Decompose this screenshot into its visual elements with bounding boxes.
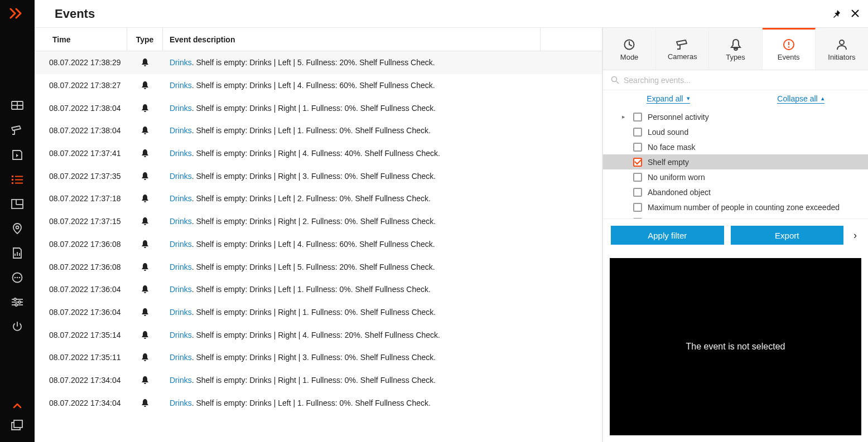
table-body[interactable]: 08.07.2022 17:38:29Drinks. Shelf is empt…	[35, 51, 602, 442]
tab-label: Mode	[620, 53, 639, 61]
rail-item-plans[interactable]	[0, 192, 35, 216]
camera-link[interactable]: Drinks	[170, 217, 192, 226]
search-input[interactable]	[624, 76, 860, 85]
cell-desc: Drinks. Shelf is empty: Drinks | Right |…	[163, 217, 541, 226]
rail-item-power[interactable]	[0, 314, 35, 339]
camera-link[interactable]: Drinks	[170, 331, 192, 339]
action-row: Apply filter Export ›	[603, 218, 868, 251]
rail-item-reports[interactable]	[0, 241, 35, 265]
page-title: Events	[55, 7, 95, 21]
table-row[interactable]: 08.07.2022 17:35:14Drinks. Shelf is empt…	[35, 323, 602, 346]
chevron-right-icon[interactable]: ▸	[622, 113, 625, 120]
filter-tree[interactable]: ▸Personnel activityLoud soundNo face mas…	[603, 107, 868, 218]
camera-link[interactable]: Drinks	[170, 376, 192, 385]
bell-icon	[127, 126, 163, 135]
camera-link[interactable]: Drinks	[170, 308, 192, 317]
filter-item[interactable]: Maximum number of people in counting zon…	[603, 200, 868, 215]
close-icon[interactable]	[851, 9, 859, 18]
col-header-type[interactable]: Type	[127, 28, 163, 51]
rail-item-more[interactable]	[0, 265, 35, 290]
svg-rect-9	[12, 200, 23, 208]
table-row[interactable]: 08.07.2022 17:36:08Drinks. Shelf is empt…	[35, 233, 602, 256]
filter-item[interactable]: No uniform worn	[603, 169, 868, 184]
bell-icon	[127, 172, 163, 181]
table-row[interactable]: 08.07.2022 17:37:15Drinks. Shelf is empt…	[35, 210, 602, 233]
checkbox[interactable]	[633, 113, 642, 122]
checkbox[interactable]	[633, 128, 642, 137]
panel-collapse-icon[interactable]: ›	[850, 230, 860, 241]
rail-expand-icon[interactable]	[13, 403, 22, 413]
svg-point-31	[840, 40, 844, 45]
filter-item[interactable]: Number of people in counting zone is bac…	[603, 215, 868, 218]
tab-types[interactable]: Types	[709, 28, 762, 70]
tab-cameras[interactable]: Cameras	[656, 28, 709, 70]
table-row[interactable]: 08.07.2022 17:34:04Drinks. Shelf is empt…	[35, 391, 602, 414]
svg-point-18	[17, 277, 18, 279]
rail-item-archive[interactable]	[0, 143, 35, 167]
pin-icon[interactable]	[832, 9, 841, 18]
table-row[interactable]: 08.07.2022 17:38:27Drinks. Shelf is empt…	[35, 74, 602, 97]
camera-link[interactable]: Drinks	[170, 58, 192, 67]
filter-label: No uniform worn	[648, 173, 705, 182]
table-row[interactable]: 08.07.2022 17:38:04Drinks. Shelf is empt…	[35, 96, 602, 119]
checkbox[interactable]	[633, 158, 642, 167]
cell-time: 08.07.2022 17:37:41	[35, 149, 127, 158]
table-row[interactable]: 08.07.2022 17:36:04Drinks. Shelf is empt…	[35, 278, 602, 301]
filter-item[interactable]: No face mask	[603, 139, 868, 154]
cell-desc: Drinks. Shelf is empty: Drinks | Left | …	[163, 263, 541, 271]
bell-icon	[127, 331, 163, 339]
checkbox[interactable]	[633, 203, 642, 212]
filter-item[interactable]: Shelf empty	[603, 154, 868, 169]
camera-link[interactable]: Drinks	[170, 81, 192, 90]
cell-desc: Drinks. Shelf is empty: Drinks | Right |…	[163, 172, 541, 181]
rail-item-views[interactable]	[0, 94, 35, 118]
tab-mode[interactable]: Mode	[603, 28, 656, 70]
table-row[interactable]: 08.07.2022 17:36:04Drinks. Shelf is empt…	[35, 301, 602, 324]
table-row[interactable]: 08.07.2022 17:38:29Drinks. Shelf is empt…	[35, 51, 602, 74]
tab-label: Events	[778, 53, 800, 61]
table-row[interactable]: 08.07.2022 17:37:35Drinks. Shelf is empt…	[35, 164, 602, 187]
camera-link[interactable]: Drinks	[170, 263, 192, 271]
table-row[interactable]: 08.07.2022 17:36:08Drinks. Shelf is empt…	[35, 255, 602, 278]
camera-link[interactable]: Drinks	[170, 399, 192, 407]
table-row[interactable]: 08.07.2022 17:37:18Drinks. Shelf is empt…	[35, 187, 602, 210]
rail-item-events[interactable]	[0, 167, 35, 192]
rail-item-windows[interactable]	[0, 413, 35, 438]
rail-item-maps[interactable]	[0, 216, 35, 241]
col-header-time[interactable]: Time	[35, 28, 127, 51]
svg-point-12	[16, 226, 19, 229]
filter-item[interactable]: Abandoned object	[603, 184, 868, 200]
cell-time: 08.07.2022 17:34:04	[35, 399, 127, 407]
apply-filter-button[interactable]: Apply filter	[611, 226, 724, 245]
camera-link[interactable]: Drinks	[170, 353, 192, 362]
table-row[interactable]: 08.07.2022 17:35:11Drinks. Shelf is empt…	[35, 346, 602, 369]
table-row[interactable]: 08.07.2022 17:37:41Drinks. Shelf is empt…	[35, 142, 602, 165]
filter-item[interactable]: ▸Personnel activity	[603, 109, 868, 124]
rail-item-cameras[interactable]	[0, 118, 35, 143]
camera-link[interactable]: Drinks	[170, 126, 192, 135]
export-button[interactable]: Export	[731, 226, 844, 245]
collapse-all-label: Collapse all	[777, 94, 817, 103]
checkbox[interactable]	[633, 218, 642, 219]
bell-icon	[127, 149, 163, 158]
table-row[interactable]: 08.07.2022 17:38:04Drinks. Shelf is empt…	[35, 119, 602, 142]
collapse-all-link[interactable]: Collapse all▴	[777, 94, 824, 104]
camera-link[interactable]: Drinks	[170, 149, 192, 158]
checkbox[interactable]	[633, 143, 642, 152]
filter-label: No face mask	[648, 143, 696, 152]
cell-time: 08.07.2022 17:35:14	[35, 331, 127, 339]
camera-link[interactable]: Drinks	[170, 194, 192, 203]
rail-item-settings[interactable]	[0, 290, 35, 314]
expand-all-link[interactable]: Expand all▾	[647, 94, 689, 104]
camera-link[interactable]: Drinks	[170, 104, 192, 113]
checkbox[interactable]	[633, 173, 642, 182]
table-row[interactable]: 08.07.2022 17:34:04Drinks. Shelf is empt…	[35, 369, 602, 392]
camera-link[interactable]: Drinks	[170, 172, 192, 181]
filter-item[interactable]: Loud sound	[603, 124, 868, 139]
col-header-desc[interactable]: Event description	[163, 28, 541, 51]
tab-initiators[interactable]: Initiators	[816, 28, 868, 70]
tab-events[interactable]: Events	[763, 28, 816, 70]
checkbox[interactable]	[633, 188, 642, 197]
camera-link[interactable]: Drinks	[170, 240, 192, 249]
camera-link[interactable]: Drinks	[170, 285, 192, 294]
